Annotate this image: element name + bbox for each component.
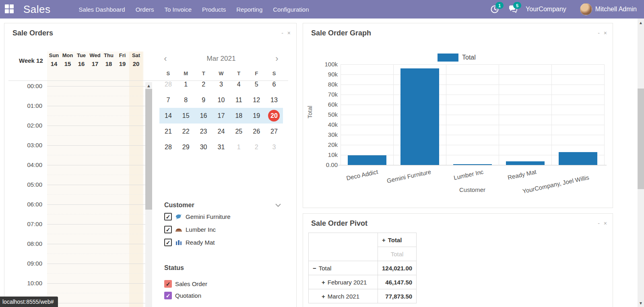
calendar-day-18[interactable]: 18 (230, 112, 248, 120)
calendar-scrollbar-thumb[interactable] (145, 89, 152, 210)
calendar-day-14[interactable]: 14 (159, 112, 177, 120)
calendar-day-22[interactable]: 22 (177, 128, 195, 135)
page-scrollbar[interactable]: ▲ ▼ (638, 19, 644, 307)
calendar-day-24[interactable]: 24 (213, 128, 230, 135)
calendar-day-19[interactable]: 19 (248, 112, 265, 120)
day-header-wed[interactable]: Wed17 (88, 52, 102, 67)
calendar-day-21[interactable]: 21 (159, 128, 177, 135)
checkbox-checked[interactable]: ✓ (164, 239, 172, 246)
menu-item-orders[interactable]: Orders (136, 6, 154, 13)
calendar-day-28[interactable]: 28 (159, 81, 177, 88)
menu-item-to-invoice[interactable]: To Invoice (164, 6, 192, 13)
day-header-sun[interactable]: Sun14 (47, 52, 61, 67)
pivot-column-header[interactable]: +Total (378, 233, 417, 247)
calendar-scrollbar[interactable]: ▲ (145, 82, 152, 307)
page-scrollbar-thumb[interactable] (638, 89, 644, 189)
day-header-sat[interactable]: Sat20 (129, 52, 143, 67)
day-header-thu[interactable]: Thu18 (102, 52, 116, 67)
customer-filter-ready-mat[interactable]: ✓Ready Mat (164, 239, 215, 246)
apps-grid-icon[interactable] (5, 4, 14, 14)
expand-icon[interactable]: + (322, 293, 325, 300)
messages-menu[interactable]: 5 (508, 4, 518, 14)
scroll-up-icon[interactable]: ▲ (638, 19, 644, 26)
scroll-up-icon[interactable]: ▲ (145, 82, 152, 89)
calendar-day-17[interactable]: 17 (213, 112, 230, 120)
checkbox-checked[interactable]: ✓ (164, 226, 172, 233)
day-header-mon[interactable]: Mon15 (61, 52, 74, 67)
customer-filter-lumber-inc[interactable]: ✓Lumber Inc (164, 226, 216, 233)
calendar-day-23[interactable]: 23 (195, 128, 213, 135)
menu-item-products[interactable]: Products (202, 6, 226, 13)
calendar-day-1[interactable]: 1 (177, 81, 195, 88)
scroll-down-icon[interactable]: ▼ (638, 300, 644, 306)
calendar-day-26[interactable]: 26 (248, 128, 265, 135)
close-button[interactable]: × (287, 30, 291, 36)
calendar-day-13[interactable]: 13 (265, 97, 283, 104)
calendar-day-11[interactable]: 11 (230, 97, 248, 104)
calendar-day-2[interactable]: 2 (248, 144, 265, 151)
calendar-day-30[interactable]: 30 (195, 144, 213, 151)
calendar-day-15[interactable]: 15 (177, 112, 195, 120)
y-tick-label: 90k (311, 71, 338, 78)
status-filter-quotation[interactable]: ✓Quotation (164, 292, 201, 299)
menu-item-configuration[interactable]: Configuration (273, 6, 309, 13)
calendar-day-16[interactable]: 16 (195, 112, 213, 120)
bar-lumber-inc[interactable] (453, 164, 492, 165)
calendar-day-5[interactable]: 5 (248, 81, 265, 88)
calendar-day-12[interactable]: 12 (248, 97, 265, 104)
day-header-fri[interactable]: Fri19 (116, 52, 129, 67)
menu-item-reporting[interactable]: Reporting (236, 6, 262, 13)
calendar-day-7[interactable]: 7 (159, 97, 177, 104)
day-header-tue[interactable]: Tue16 (74, 52, 88, 67)
company-switcher[interactable]: YourCompany (526, 6, 566, 13)
collapse-icon[interactable]: − (313, 265, 316, 272)
calendar-day-3[interactable]: 3 (265, 144, 283, 151)
customer-filter-gemini-furniture[interactable]: ✓Gemini Furniture (164, 213, 231, 220)
calendar-day-2[interactable]: 2 (195, 81, 213, 88)
checkbox-checked[interactable]: ✓ (164, 292, 172, 299)
pivot-row-label[interactable]: −Total (309, 261, 378, 275)
calendar-day-9[interactable]: 9 (195, 97, 213, 104)
menu-item-sales-dashboard[interactable]: Sales Dashboard (79, 6, 125, 13)
dow-label: S (159, 70, 177, 76)
checkbox-checked[interactable]: ✓ (164, 280, 172, 288)
calendar-day-10[interactable]: 10 (213, 97, 230, 104)
activity-menu[interactable]: 1 (490, 4, 501, 14)
pivot-row-label[interactable]: +March 2021 (309, 289, 378, 303)
calendar-day-29[interactable]: 29 (177, 144, 195, 151)
minimize-button[interactable]: - (281, 30, 283, 36)
status-filter-sales-order[interactable]: ✓Sales Order (164, 280, 207, 288)
expand-icon[interactable]: + (322, 279, 325, 286)
calendar-day-25[interactable]: 25 (230, 128, 248, 135)
calendar-day-6[interactable]: 6 (265, 81, 283, 88)
calendar-day-28[interactable]: 28 (159, 144, 177, 151)
bar-gemini-furniture[interactable] (400, 68, 439, 165)
prev-month-button[interactable]: ‹ (159, 54, 171, 63)
calendar-day-20[interactable]: 20 (265, 110, 283, 122)
hour-gridline (47, 303, 145, 303)
day-number: 14 (47, 60, 61, 67)
calendar-day-8[interactable]: 8 (177, 97, 195, 104)
panel-title: Sale Order Graph (311, 29, 371, 37)
calendar-day-27[interactable]: 27 (265, 128, 283, 135)
h-gridline (341, 115, 604, 115)
calendar-day-3[interactable]: 3 (213, 81, 230, 88)
close-button[interactable]: × (604, 220, 607, 227)
next-month-button[interactable]: › (271, 54, 283, 63)
bar-yourcompany-joel-willis[interactable] (559, 152, 597, 165)
close-button[interactable]: × (604, 30, 607, 36)
bar-ready-mat[interactable] (506, 161, 545, 165)
chevron-down-icon[interactable] (275, 202, 281, 209)
calendar-day-1[interactable]: 1 (230, 144, 248, 151)
bar-deco-addict[interactable] (348, 155, 386, 165)
calendar-day-4[interactable]: 4 (230, 81, 248, 88)
user-menu[interactable]: Mitchell Admin (580, 3, 637, 15)
expand-icon[interactable]: + (382, 237, 386, 243)
pivot-row-label[interactable]: +February 2021 (309, 275, 378, 289)
minimize-button[interactable]: - (598, 220, 600, 227)
minimize-button[interactable]: - (598, 30, 600, 36)
app-title[interactable]: Sales (23, 3, 51, 16)
calendar-day-31[interactable]: 31 (213, 144, 230, 151)
checkbox-checked[interactable]: ✓ (164, 213, 172, 220)
mini-calendar-title[interactable]: Mar 2021 (171, 55, 271, 63)
